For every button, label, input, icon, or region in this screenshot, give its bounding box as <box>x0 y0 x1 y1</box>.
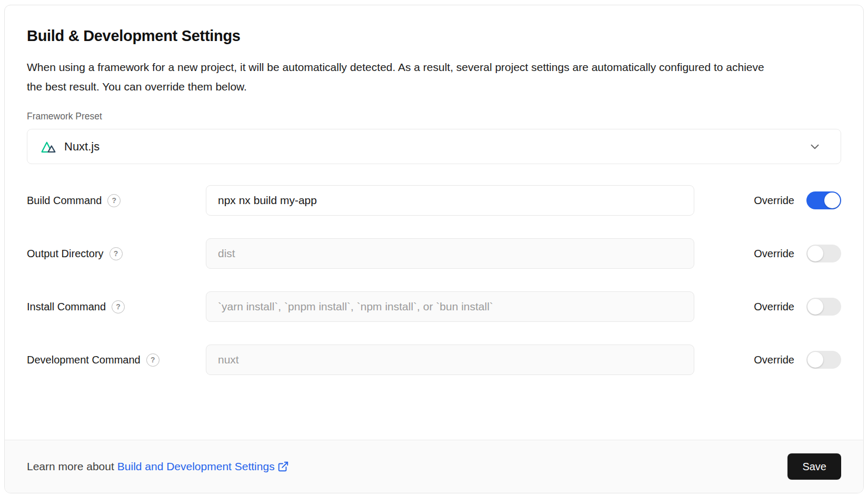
settings-rows: Build Command ? Override Output Director… <box>27 185 841 375</box>
row-label-wrap: Install Command ? <box>27 300 206 313</box>
build-command-row: Build Command ? Override <box>27 185 841 216</box>
nuxt-logo-icon <box>40 138 57 155</box>
override-label: Override <box>754 354 794 366</box>
install-command-row: Install Command ? Override <box>27 291 841 322</box>
toggle-knob <box>807 246 823 261</box>
toggle-knob <box>807 352 823 368</box>
question-mark-icon[interactable]: ? <box>107 194 121 207</box>
development-command-input[interactable] <box>206 345 694 375</box>
docs-link-label: Build and Development Settings <box>117 460 275 473</box>
override-group: Override <box>754 245 841 262</box>
card-body: Build & Development Settings When using … <box>5 5 863 440</box>
row-label-wrap: Build Command ? <box>27 194 206 207</box>
learn-more-prefix: Learn more about <box>27 460 114 473</box>
framework-preset-value: Nuxt.js <box>64 140 99 154</box>
row-label-wrap: Development Command ? <box>27 353 206 367</box>
development-command-override-toggle[interactable] <box>806 351 841 369</box>
page-description: When using a framework for a new project… <box>27 57 774 96</box>
override-label: Override <box>754 248 794 260</box>
development-command-label: Development Command <box>27 354 141 366</box>
toggle-knob <box>824 193 840 208</box>
build-command-override-toggle[interactable] <box>806 191 841 209</box>
build-settings-card: Build & Development Settings When using … <box>4 5 864 493</box>
save-button[interactable]: Save <box>787 453 841 480</box>
output-directory-override-toggle[interactable] <box>806 245 841 262</box>
question-mark-icon[interactable]: ? <box>109 247 123 260</box>
external-link-icon <box>277 461 289 472</box>
override-group: Override <box>754 351 841 369</box>
question-mark-icon[interactable]: ? <box>112 300 125 313</box>
row-label-wrap: Output Directory ? <box>27 247 206 260</box>
card-footer: Learn more about Build and Development S… <box>5 440 863 493</box>
build-settings-docs-link[interactable]: Build and Development Settings <box>117 460 289 473</box>
install-command-label: Install Command <box>27 301 106 313</box>
output-directory-label: Output Directory <box>27 248 104 260</box>
build-command-input[interactable] <box>206 185 694 216</box>
override-group: Override <box>754 191 841 209</box>
framework-preset-label: Framework Preset <box>27 111 841 122</box>
page-title: Build & Development Settings <box>27 27 841 45</box>
override-label: Override <box>754 195 794 207</box>
toggle-knob <box>807 299 823 315</box>
override-label: Override <box>754 301 794 313</box>
override-group: Override <box>754 298 841 316</box>
development-command-row: Development Command ? Override <box>27 345 841 375</box>
footer-learn-more: Learn more about Build and Development S… <box>27 460 289 473</box>
question-mark-icon[interactable]: ? <box>146 353 159 367</box>
framework-preset-select[interactable]: Nuxt.js <box>27 129 841 164</box>
output-directory-input[interactable] <box>206 238 694 269</box>
install-command-input[interactable] <box>206 291 694 322</box>
chevron-down-icon <box>808 140 822 154</box>
build-command-label: Build Command <box>27 195 102 207</box>
install-command-override-toggle[interactable] <box>806 298 841 316</box>
output-directory-row: Output Directory ? Override <box>27 238 841 269</box>
